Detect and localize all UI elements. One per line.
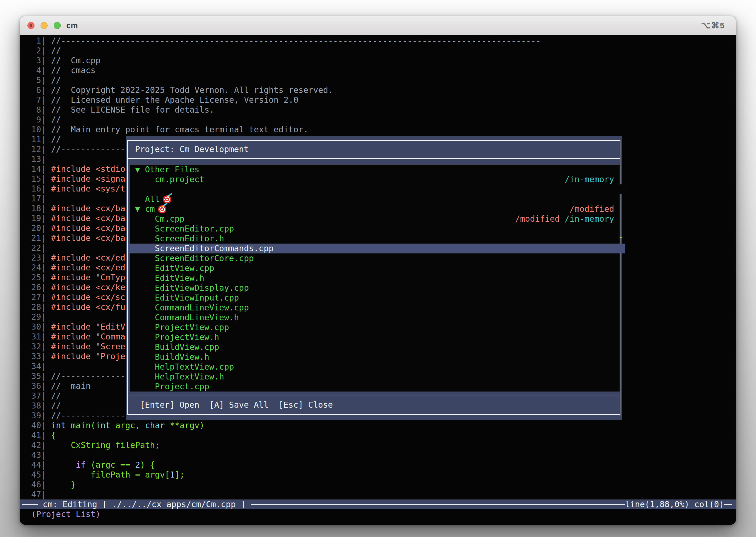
line-number: 37| [26,391,51,400]
file-item[interactable]: Project.cpp [130,382,619,392]
file-item-label: HelpTextView.cpp [130,362,234,372]
window-shortcut-badge: ⌥⌘5 [701,16,725,35]
line-number: 42| [26,440,51,450]
file-item[interactable]: ScreenEditorCommands.cpp [128,244,625,253]
file-item[interactable]: ScreenEditorCore.cpp [130,253,619,263]
file-item[interactable]: HelpTextView.cpp [130,362,619,372]
file-item[interactable]: ProjectView.cpp [130,322,619,332]
close-button[interactable] [27,22,34,29]
line-number: 17| [26,194,51,203]
line-number: 36| [26,381,51,391]
file-item-label: ProjectView.cpp [130,322,229,332]
code-line: 6| // Copyright 2022-2025 Todd Vernon. A… [20,85,736,95]
dialog-separator-row [130,185,626,194]
file-item-label: ▼ cm [130,204,155,214]
file-item[interactable]: EditViewInput.cpp [130,293,619,303]
file-item[interactable]: EditViewDisplay.cpp [130,283,619,293]
terminal-window: cm ⌥⌘5 1| //----------------------------… [20,16,736,525]
file-item[interactable]: EditView.cpp [130,263,619,273]
code-line: 8| // See LICENSE file for details. [20,105,736,115]
file-item-label: BuildView.h [130,352,209,362]
line-number: 44| [26,460,51,470]
file-item-label: EditViewDisplay.cpp [130,283,249,293]
line-number: 7| [26,95,51,105]
code-line: 43| [20,450,736,460]
line-number: 29| [26,312,51,322]
file-item[interactable]: cm.project/in-memory [130,175,619,185]
line-number: 40| [26,421,51,430]
line-number: 13| [26,154,51,164]
line-number: 25| [26,272,51,282]
file-item[interactable]: All [130,194,619,204]
line-number: 6| [26,85,51,95]
file-status-annotations: /modified [570,204,614,214]
line-number: 18| [26,204,51,213]
line-number: 39| [26,411,51,420]
line-number: 45| [26,470,51,479]
file-item-label: ScreenEditor.cpp [130,224,234,233]
file-item-label: ProjectView.h [130,332,219,342]
line-number: 19| [26,213,51,223]
line-number: 2| [26,46,51,55]
project-list-dialog: Project: Cm Development [Enter] Open [A]… [126,136,622,420]
line-number: 22| [26,243,51,253]
zoom-button[interactable] [54,22,61,29]
line-number: 11| [26,135,51,144]
file-item[interactable]: ▼ Other Files [130,165,619,175]
file-item-label: ScreenEditorCommands.cpp [130,244,274,253]
line-number: 16| [26,184,51,193]
code-line: 1| //-----------------------------------… [20,36,736,46]
window-titlebar[interactable]: cm ⌥⌘5 [20,16,736,35]
code-line: 45| filePath = argv[1]; [20,470,736,480]
line-number: 31| [26,332,51,341]
file-item[interactable]: CommandLineView.h [130,312,619,322]
terminal-content: 1| //-----------------------------------… [20,35,736,525]
file-item[interactable]: EditView.h [130,273,619,283]
line-number: 1| [26,36,51,46]
code-line: 46| } [20,480,736,490]
line-number: 38| [26,401,51,410]
line-number: 3| [26,56,51,65]
file-item-label: EditView.cpp [130,263,214,273]
file-item-label: Cm.cpp [130,214,184,224]
line-number: 15| [26,174,51,184]
line-number: 43| [26,450,51,460]
file-item[interactable]: Cm.cpp/modified /in-memory [130,214,619,224]
file-item[interactable]: BuildView.cpp [130,342,619,352]
status-in-memory: /in-memory [565,175,614,184]
file-item-label: ScreenEditorCore.cpp [130,253,254,263]
code-line: 10| // Main entry point for cmacs termin… [20,125,736,135]
file-item[interactable]: CommandLineView.cpp [130,303,619,312]
file-item-label: EditView.h [130,273,204,283]
file-item[interactable]: ProjectView.h [130,332,619,342]
line-number: 35| [26,371,51,381]
line-number: 27| [26,292,51,302]
file-item[interactable]: HelpTextView.h [130,372,619,382]
line-number: 28| [26,302,51,312]
dialog-panel-2: All ▼ cm/modified Cm.cpp/modified /in-me… [130,194,619,392]
file-item[interactable]: ▼ cm/modified [130,204,619,214]
file-item[interactable]: ScreenEditor.cpp [130,224,619,234]
line-number: 41| [26,431,51,440]
file-item-label: ScreenEditor.h [130,234,224,243]
code-line: 47| [20,490,736,499]
code-line: 3| // Cm.cpp [20,56,736,65]
status-modified: /modified [515,214,560,224]
line-number: 33| [26,351,51,361]
code-line: 41| { [20,431,736,440]
status-in-memory: /in-memory [560,214,614,224]
status-modified: /modified [570,204,614,214]
file-item[interactable]: BuildView.h [130,352,619,362]
line-number: 26| [26,282,51,292]
line-number: 23| [26,253,51,263]
file-item-label: BuildView.cpp [130,342,219,352]
minimize-button[interactable] [41,22,48,29]
file-item-label: ▼ Other Files [130,165,199,174]
line-number: 10| [26,125,51,134]
minibuffer: (Project List) [20,509,736,519]
file-item[interactable]: ScreenEditor.h [130,234,619,244]
line-number: 30| [26,322,51,332]
code-line: 44| if (argc == 2) { [20,460,736,470]
code-line: 5| // [20,75,736,85]
modeline-dash-right [724,504,732,505]
